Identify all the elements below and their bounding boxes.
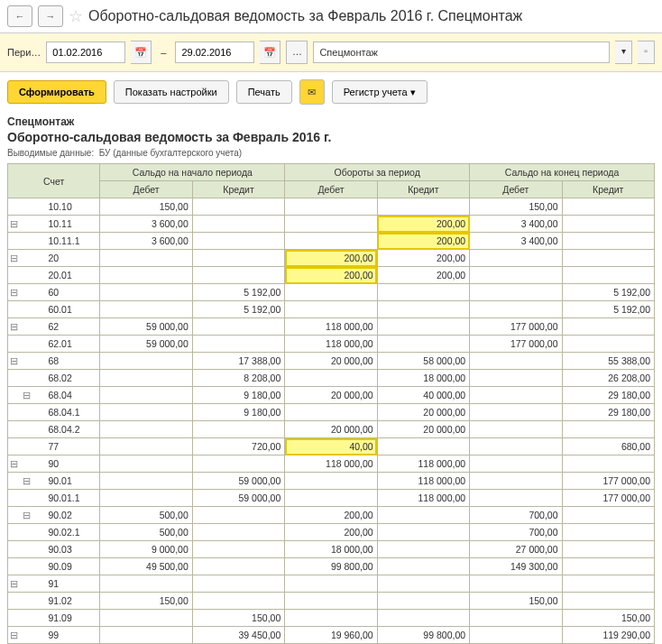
expand-icon[interactable]: ⊟ <box>8 353 21 370</box>
report-title: Оборотно-сальдовая ведомость за Февраль … <box>7 130 655 144</box>
account-cell: 90 <box>46 455 99 473</box>
org-select[interactable]: Спецмонтаж <box>313 41 610 63</box>
value-cell: 150,00 <box>100 593 192 610</box>
nav-forward-button[interactable]: → <box>38 5 63 27</box>
form-button[interactable]: Сформировать <box>7 80 106 104</box>
value-cell <box>192 524 284 541</box>
value-cell <box>192 575 284 593</box>
print-button[interactable]: Печать <box>236 80 292 104</box>
value-cell <box>562 233 655 250</box>
table-row[interactable]: 20.01200,00200,00 <box>8 267 655 284</box>
registry-button[interactable]: Регистр учета ▾ <box>332 80 428 104</box>
value-cell: 680,00 <box>562 438 655 455</box>
value-cell <box>285 233 377 250</box>
value-cell: 49 500,00 <box>100 558 192 575</box>
value-cell <box>192 233 284 250</box>
value-cell <box>562 575 655 593</box>
nav-back-button[interactable]: ← <box>7 5 32 27</box>
account-cell: 68.04.1 <box>46 404 99 421</box>
table-row[interactable]: ⊟10.113 600,00200,003 400,00 <box>8 216 655 233</box>
table-row[interactable]: 90.01.159 000,00118 000,00177 000,00 <box>8 490 655 507</box>
table-row[interactable]: ⊟90.0159 000,00118 000,00177 000,00 <box>8 473 655 490</box>
value-cell <box>470 387 562 404</box>
value-cell: 9 000,00 <box>100 541 192 558</box>
table-row[interactable]: 90.0949 500,0099 800,00149 300,00 <box>8 558 655 575</box>
value-cell: 5 192,00 <box>562 284 655 301</box>
account-cell: 68.04 <box>46 387 99 404</box>
value-cell <box>100 575 192 593</box>
calendar-from-icon[interactable]: 📅 <box>131 41 152 64</box>
expand-icon[interactable]: ⊟ <box>8 455 21 473</box>
table-row[interactable]: ⊟90118 000,00118 000,00 <box>8 455 655 473</box>
value-cell: 118 000,00 <box>377 490 469 507</box>
expand-icon[interactable]: ⊟ <box>8 284 21 301</box>
table-row[interactable]: 60.015 192,005 192,00 <box>8 301 655 318</box>
account-cell: 62 <box>46 318 99 336</box>
table-row[interactable]: ⊟91 <box>8 575 655 593</box>
balance-table: Счет Сальдо на начало периода Обороты за… <box>7 163 655 644</box>
value-cell <box>192 336 284 353</box>
value-cell <box>470 250 562 267</box>
account-cell: 90.02.1 <box>46 524 99 541</box>
expand-icon[interactable]: ⊟ <box>8 250 21 267</box>
col-turnover: Обороты за период <box>285 164 470 181</box>
table-row[interactable]: ⊟6259 000,00118 000,00177 000,00 <box>8 318 655 336</box>
table-row[interactable]: ⊟605 192,005 192,00 <box>8 284 655 301</box>
table-row[interactable]: ⊟68.049 180,0020 000,0040 000,0029 180,0… <box>8 387 655 404</box>
value-cell: 150,00 <box>192 610 284 627</box>
table-row[interactable]: 10.11.13 600,00200,003 400,00 <box>8 233 655 250</box>
value-cell: 58 000,00 <box>377 353 469 370</box>
value-cell: 700,00 <box>470 524 562 541</box>
value-cell: 150,00 <box>470 593 562 610</box>
expand-icon[interactable]: ⊟ <box>21 473 33 490</box>
value-cell: 99 800,00 <box>377 627 469 644</box>
col-closing: Сальдо на конец периода <box>470 164 655 181</box>
table-row[interactable]: ⊟20200,00200,00 <box>8 250 655 267</box>
expand-icon[interactable]: ⊟ <box>21 507 33 524</box>
favorite-star-icon[interactable]: ☆ <box>69 6 83 26</box>
value-cell <box>192 250 284 267</box>
table-row[interactable]: 90.039 000,0018 000,0027 000,00 <box>8 541 655 558</box>
value-cell: 150,00 <box>562 610 655 627</box>
value-cell: 119 290,00 <box>562 627 655 644</box>
expand-icon[interactable]: ⊟ <box>8 318 21 336</box>
value-cell <box>285 404 377 421</box>
table-row[interactable]: 91.09150,00150,00 <box>8 610 655 627</box>
value-cell <box>377 558 469 575</box>
table-row[interactable]: 68.04.220 000,0020 000,00 <box>8 421 655 438</box>
value-cell <box>192 593 284 610</box>
table-row[interactable]: 90.02.1500,00200,00700,00 <box>8 524 655 541</box>
calendar-to-icon[interactable]: 📅 <box>260 41 280 64</box>
value-cell <box>470 473 562 490</box>
table-row[interactable]: 91.02150,00150,00 <box>8 593 655 610</box>
table-row[interactable]: 62.0159 000,00118 000,00177 000,00 <box>8 336 655 353</box>
value-cell: 177 000,00 <box>562 473 655 490</box>
table-row[interactable]: 68.04.19 180,0020 000,0029 180,00 <box>8 404 655 421</box>
period-more-button[interactable]: … <box>286 41 308 64</box>
value-cell: 200,00 <box>285 524 377 541</box>
period-to-input[interactable] <box>175 41 254 63</box>
value-cell: 500,00 <box>100 507 192 524</box>
table-row[interactable]: ⊟6817 388,0020 000,0058 000,0055 388,00 <box>8 353 655 370</box>
expand-icon[interactable]: ⊟ <box>8 216 21 233</box>
expand-icon[interactable]: ⊟ <box>8 627 21 644</box>
table-row[interactable]: ⊟9939 450,0019 960,0099 800,00119 290,00 <box>8 627 655 644</box>
table-row[interactable]: 77720,0040,00680,00 <box>8 438 655 455</box>
value-cell: 5 192,00 <box>562 301 655 318</box>
org-open-icon[interactable]: ▫ <box>638 41 655 64</box>
period-from-input[interactable] <box>46 41 125 63</box>
value-cell: 720,00 <box>192 438 284 455</box>
value-cell: 3 400,00 <box>470 216 562 233</box>
value-cell <box>100 438 192 455</box>
expand-icon[interactable]: ⊟ <box>8 575 21 593</box>
value-cell <box>562 455 655 473</box>
table-row[interactable]: 68.028 208,0018 000,0026 208,00 <box>8 370 655 387</box>
value-cell: 150,00 <box>470 198 562 216</box>
show-settings-button[interactable]: Показать настройки <box>114 80 229 104</box>
account-cell: 10.11.1 <box>46 233 99 250</box>
mail-icon[interactable]: ✉ <box>299 79 325 105</box>
table-row[interactable]: ⊟90.02500,00200,00700,00 <box>8 507 655 524</box>
table-row[interactable]: 10.10150,00150,00 <box>8 198 655 216</box>
org-dropdown-icon[interactable]: ▾ <box>615 41 632 64</box>
expand-icon[interactable]: ⊟ <box>21 387 33 404</box>
